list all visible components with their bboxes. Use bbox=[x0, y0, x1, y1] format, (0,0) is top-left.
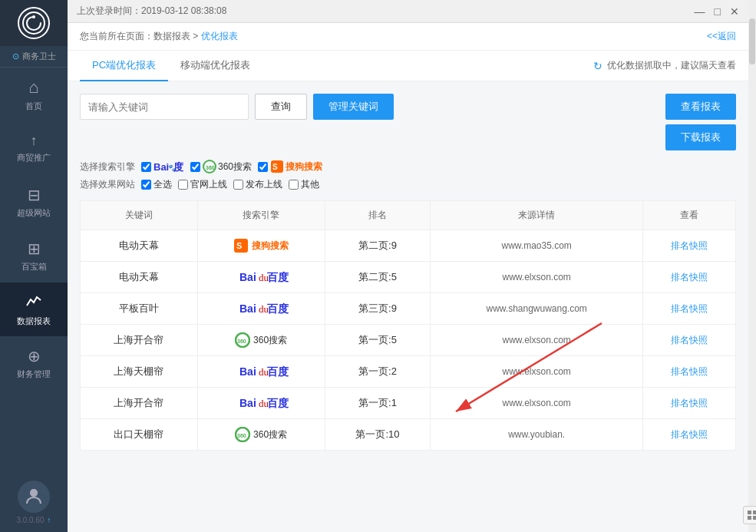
update-icon[interactable]: ↑ bbox=[48, 516, 51, 524]
sidebar-item-baobao[interactable]: ⊞ 百宝箱 bbox=[0, 229, 68, 283]
download-report-button[interactable]: 下载报表 bbox=[665, 124, 736, 150]
user-avatar bbox=[18, 481, 50, 513]
s360-checkbox[interactable] bbox=[190, 162, 200, 172]
cell-keyword: 上海开合帘 bbox=[81, 388, 198, 419]
baidu-checkbox[interactable] bbox=[141, 162, 151, 172]
sidebar-item-finance[interactable]: ⊕ 财务管理 bbox=[0, 336, 68, 390]
maximize-button[interactable]: □ bbox=[715, 5, 721, 18]
svg-text:360: 360 bbox=[237, 339, 246, 344]
svg-text:百度: 百度 bbox=[267, 365, 289, 378]
sidebar-item-label: 商贸推广 bbox=[17, 152, 51, 164]
cell-action[interactable]: 排名快照 bbox=[642, 293, 735, 325]
engine-filter-label: 选择搜索引擎 bbox=[80, 160, 135, 173]
manage-keywords-button[interactable]: 管理关键词 bbox=[313, 94, 394, 120]
baidu-logo-cell: Bai du 百度 bbox=[204, 364, 319, 379]
cell-source: www.youbian. bbox=[431, 419, 642, 451]
baidu-checkbox-item[interactable]: Bai 🐾 度 bbox=[141, 160, 184, 173]
col-header-keyword: 关键词 bbox=[81, 201, 198, 230]
rank-snapshot-link[interactable]: 排名快照 bbox=[671, 272, 708, 283]
filter-row: 选择搜索引擎 Bai 🐾 度 bbox=[80, 160, 736, 191]
cell-action[interactable]: 排名快照 bbox=[642, 230, 735, 262]
sidebar-item-promote[interactable]: ↑ 商贸推广 bbox=[0, 121, 68, 175]
sougou-logo: S 搜狗搜索 bbox=[270, 160, 322, 173]
sougou-checkbox[interactable] bbox=[258, 162, 268, 172]
publish-checkbox-item[interactable]: 发布上线 bbox=[233, 178, 282, 191]
publish-checkbox[interactable] bbox=[233, 180, 243, 190]
360-logo-cell: 360 360搜索 bbox=[204, 332, 319, 348]
s360-logo: 360 360搜索 bbox=[203, 160, 252, 173]
sidebar-item-home[interactable]: ⌂ 首页 bbox=[0, 68, 68, 121]
cell-rank: 第三页:9 bbox=[325, 293, 431, 325]
sidebar-item-label: 数据报表 bbox=[17, 316, 51, 327]
svg-text:百度: 百度 bbox=[267, 397, 289, 409]
tab-status: ↻ 优化数据抓取中，建议隔天查看 bbox=[593, 59, 736, 72]
cell-source: www.elxson.com bbox=[431, 356, 642, 388]
other-checkbox-item[interactable]: 其他 bbox=[289, 178, 319, 191]
cell-source: www.mao35.com bbox=[431, 230, 642, 262]
baidu-logo: Bai 🐾 度 bbox=[154, 160, 184, 173]
rank-snapshot-link[interactable]: 排名快照 bbox=[671, 429, 708, 440]
col-header-engine: 搜索引擎 bbox=[197, 201, 325, 230]
cell-source: www.shangwuwang.com bbox=[431, 293, 642, 325]
sidebar-item-datareport[interactable]: 数据报表 bbox=[0, 283, 68, 336]
official-checkbox[interactable] bbox=[178, 180, 188, 190]
tab-pc-report[interactable]: PC端优化报表 bbox=[80, 51, 168, 81]
site-filter-label: 选择效果网站 bbox=[80, 178, 135, 191]
cell-keyword: 上海天棚帘 bbox=[81, 356, 198, 388]
breadcrumb: 您当前所在页面：数据报表 > 优化报表 bbox=[80, 30, 238, 43]
official-checkbox-item[interactable]: 官网上线 bbox=[178, 178, 227, 191]
sougou-logo-cell: S 搜狗搜索 bbox=[204, 238, 319, 253]
view-report-button[interactable]: 查看报表 bbox=[665, 94, 736, 120]
sidebar: ⊙ 商务卫士 ⌂ 首页 ↑ 商贸推广 ⊟ 超级网站 ⊞ 百宝箱 数据报表 bbox=[0, 0, 68, 532]
query-button[interactable]: 查询 bbox=[255, 94, 307, 120]
360-logo-cell: 360 360搜索 bbox=[204, 427, 319, 442]
cell-engine: Bai du 百度 bbox=[197, 262, 325, 293]
sidebar-item-label: 超级网站 bbox=[17, 207, 51, 219]
cell-action[interactable]: 排名快照 bbox=[642, 388, 735, 419]
back-button[interactable]: <<返回 bbox=[707, 30, 736, 43]
rank-snapshot-link[interactable]: 排名快照 bbox=[671, 398, 708, 408]
cell-action[interactable]: 排名快照 bbox=[642, 325, 735, 356]
rank-snapshot-link[interactable]: 排名快照 bbox=[671, 366, 708, 377]
official-label: 官网上线 bbox=[190, 178, 227, 191]
sougou-checkbox-item[interactable]: S 搜狗搜索 bbox=[258, 160, 322, 173]
svg-text:Bai: Bai bbox=[239, 271, 256, 283]
scrollbar-area bbox=[748, 0, 756, 532]
cell-action[interactable]: 排名快照 bbox=[642, 419, 735, 451]
other-checkbox[interactable] bbox=[289, 180, 299, 190]
sidebar-item-label: 财务管理 bbox=[17, 368, 51, 380]
baobao-icon: ⊞ bbox=[28, 240, 41, 258]
sidebar-item-supersite[interactable]: ⊟ 超级网站 bbox=[0, 175, 68, 229]
scrollbar-thumb[interactable] bbox=[749, 18, 755, 64]
cell-source: www.elxson.com bbox=[431, 325, 642, 356]
search-row: 查询 管理关键词 查看报表 下载报表 bbox=[80, 94, 736, 150]
sidebar-business-label: ⊙ 商务卫士 bbox=[0, 46, 68, 68]
svg-text:Bai: Bai bbox=[239, 302, 256, 315]
minimize-button[interactable]: — bbox=[695, 5, 705, 18]
cell-action[interactable]: 排名快照 bbox=[642, 356, 735, 388]
sidebar-toggle-button[interactable] bbox=[743, 506, 756, 524]
data-table: 关键词 搜索引擎 排名 来源详情 查看 电动天幕 S 搜狗搜索 bbox=[80, 200, 736, 451]
svg-rect-32 bbox=[753, 516, 756, 520]
svg-rect-30 bbox=[753, 511, 756, 514]
close-button[interactable]: ✕ bbox=[730, 5, 739, 18]
cell-engine: 360 360搜索 bbox=[197, 325, 325, 356]
breadcrumb-current: 优化报表 bbox=[201, 31, 238, 41]
cell-action[interactable]: 排名快照 bbox=[642, 262, 735, 293]
cell-engine: S 搜狗搜索 bbox=[197, 230, 325, 262]
tab-mobile-report[interactable]: 移动端优化报表 bbox=[168, 51, 262, 81]
all-checkbox[interactable] bbox=[141, 180, 151, 190]
s360-checkbox-item[interactable]: 360 360搜索 bbox=[190, 160, 252, 173]
rank-snapshot-link[interactable]: 排名快照 bbox=[671, 335, 708, 345]
table-row: 电动天幕 S 搜狗搜索 第二页:9 www.mao35.com 排名快照 bbox=[81, 230, 736, 262]
titlebar: 上次登录时间：2019-03-12 08:38:08 — □ ✕ bbox=[68, 0, 748, 23]
tab-bar: PC端优化报表 移动端优化报表 ↻ 优化数据抓取中，建议隔天查看 bbox=[68, 51, 748, 81]
cell-keyword: 平板百叶 bbox=[81, 293, 198, 325]
rank-snapshot-link[interactable]: 排名快照 bbox=[671, 303, 708, 314]
last-login-time: 上次登录时间：2019-03-12 08:38:08 bbox=[77, 5, 226, 18]
table-row: 上海开合帘 360 360搜索 第一页:5 www.elxson.com 排名快… bbox=[81, 325, 736, 356]
svg-rect-29 bbox=[748, 511, 751, 514]
search-input[interactable] bbox=[80, 94, 249, 120]
rank-snapshot-link[interactable]: 排名快照 bbox=[671, 240, 708, 251]
all-checkbox-item[interactable]: 全选 bbox=[141, 178, 172, 191]
